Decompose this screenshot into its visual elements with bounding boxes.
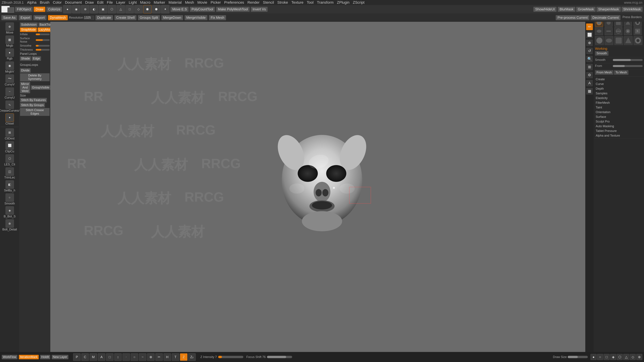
menu-render[interactable]: Render bbox=[247, 0, 260, 5]
from-slider[interactable] bbox=[613, 65, 643, 67]
make-polymesh-btn[interactable]: Make PolyMeshTool bbox=[216, 7, 250, 12]
decimate-btn[interactable]: Decimate Current bbox=[590, 15, 620, 20]
menu-zplugin[interactable]: ZPlugin bbox=[337, 0, 350, 5]
menu-macro[interactable]: Macro bbox=[140, 0, 150, 5]
br-5[interactable]: ⬡ bbox=[617, 354, 623, 360]
bottom-magnify-btn[interactable]: ⊕ bbox=[147, 353, 155, 361]
menu-movie[interactable]: Movie bbox=[198, 0, 207, 5]
tool-smooth[interactable]: ○ Smooth bbox=[1, 193, 18, 205]
tool-curvy-v[interactable]: 〜 CurvyV bbox=[1, 74, 18, 86]
strip-icon-frame[interactable]: ⊞ bbox=[586, 64, 593, 70]
brush-icon-5[interactable]: ▣ bbox=[99, 5, 107, 13]
sharpen-mask-btn[interactable]: SharpenMask bbox=[596, 7, 621, 12]
polycount-btn[interactable]: PolyCountTool bbox=[190, 7, 215, 12]
tool-clipdest[interactable]: ⊠ CliDest bbox=[1, 128, 18, 140]
tool-mrgb[interactable]: ▦ Mrgb bbox=[1, 35, 18, 48]
backtrack-btn[interactable]: BackTrack bbox=[38, 22, 50, 27]
to-mesh-btn[interactable]: To Mesh bbox=[614, 70, 628, 75]
brush-cell-9[interactable] bbox=[624, 27, 632, 35]
tool-chisel[interactable]: ✦ Chisel bbox=[1, 113, 18, 125]
brush-icon-8[interactable]: □ bbox=[126, 5, 134, 13]
brush-cell-6[interactable] bbox=[595, 27, 603, 35]
br-8[interactable]: ⊕ bbox=[636, 354, 642, 360]
bottom-sq-btn[interactable]: □ bbox=[106, 353, 114, 361]
brush-large-1[interactable] bbox=[595, 36, 604, 45]
surface-slider[interactable] bbox=[36, 39, 50, 41]
bottom-move-btn[interactable]: ↕ bbox=[114, 353, 122, 361]
move-es-btn[interactable]: Move E.S bbox=[170, 7, 189, 12]
br-4[interactable]: ◈ bbox=[610, 354, 616, 360]
menu-marker[interactable]: Marker bbox=[154, 0, 165, 5]
show-hide-btn[interactable]: Show/HideUI bbox=[533, 7, 556, 12]
menu-transform[interactable]: Transform bbox=[317, 0, 334, 5]
divide-btn[interactable]: Divide bbox=[20, 68, 31, 73]
menu-stencil[interactable]: Stencil bbox=[263, 0, 274, 5]
menu-samples[interactable]: Samples bbox=[595, 91, 643, 95]
groups-split-btn[interactable]: Groups Split bbox=[138, 15, 160, 20]
brush-icon-10[interactable]: ⬟ bbox=[143, 5, 152, 13]
menu-mesh[interactable]: Mesh bbox=[185, 0, 194, 5]
br-6[interactable]: △ bbox=[623, 354, 629, 360]
tool-curvy-u[interactable]: ~ CurvyU bbox=[1, 87, 18, 99]
merge-visible-btn[interactable]: MergeVisible bbox=[184, 15, 208, 20]
inflate-slider[interactable] bbox=[36, 33, 50, 35]
menu-surface[interactable]: Surface bbox=[595, 115, 643, 119]
background-color[interactable] bbox=[8, 7, 14, 13]
menu-depth[interactable]: Depth bbox=[595, 87, 643, 91]
invert-vs-btn[interactable]: Invert Vs bbox=[251, 7, 268, 12]
workflow-btn[interactable]: WorkFlow bbox=[2, 355, 18, 359]
strip-icon-move[interactable]: ⊕ bbox=[586, 39, 593, 46]
tool-clipcu[interactable]: ⬜ ClipCu bbox=[1, 141, 18, 153]
bottom-inflate-btn[interactable]: ○ bbox=[131, 353, 138, 361]
tool-trim[interactable]: ◫ TrimLec bbox=[1, 167, 18, 179]
stitch-crease-btn[interactable]: Stitch Crease Edges bbox=[20, 108, 50, 116]
menu-alpha-texture[interactable]: Alpha and Texture bbox=[595, 134, 643, 138]
import-btn[interactable]: Import bbox=[33, 15, 46, 20]
menu-layer[interactable]: Layer bbox=[116, 0, 126, 5]
mirror-weld-btn[interactable]: Mirror And Weld bbox=[20, 82, 30, 93]
pre-process-btn[interactable]: Pre-process Current bbox=[556, 15, 590, 20]
br-1[interactable]: ● bbox=[590, 354, 596, 360]
z-intensity-slider[interactable] bbox=[218, 356, 243, 358]
colorize-btn[interactable]: Colorize bbox=[46, 7, 62, 12]
menu-auto-masking[interactable]: Auto Masking bbox=[595, 124, 643, 128]
brush-icon-1[interactable]: ● bbox=[63, 5, 72, 13]
menu-tool[interactable]: Tool bbox=[307, 0, 314, 5]
menu-picker[interactable]: Picker bbox=[211, 0, 221, 5]
viewport[interactable]: 人人素材 RRCG RR 人人素材 RRCG 人人素材 RRCG RR 人人素材… bbox=[50, 22, 594, 352]
strip-icon-zoom[interactable]: 🔍 bbox=[586, 56, 593, 62]
stitch-groups-btn[interactable]: Stitch By Groups bbox=[20, 103, 45, 107]
thickness-slider[interactable] bbox=[36, 49, 50, 51]
menu-color[interactable]: Color bbox=[53, 0, 62, 5]
save-as-btn[interactable]: Save As bbox=[1, 15, 17, 20]
menu-sculpt-pro[interactable]: Sculpt Pro bbox=[595, 119, 643, 124]
fill-object-btn[interactable]: FillObject bbox=[15, 7, 33, 12]
brush-large-2[interactable] bbox=[604, 36, 613, 45]
brush-large-5[interactable] bbox=[634, 36, 642, 45]
bottom-pinch-btn[interactable]: ⋅ bbox=[122, 353, 130, 361]
menu-document[interactable]: Document bbox=[65, 0, 82, 5]
export-btn[interactable]: Export bbox=[18, 15, 32, 20]
merge-down-btn[interactable]: MergeDown bbox=[161, 15, 183, 20]
brush-icon-4[interactable]: ◐ bbox=[90, 5, 98, 13]
brush-icon-7[interactable]: △ bbox=[116, 5, 125, 13]
menu-filter-mesh[interactable]: FilterMesh bbox=[595, 101, 643, 105]
strip-icon-settings[interactable]: ⚙ bbox=[586, 72, 593, 78]
menu-orientation[interactable]: Orientation bbox=[595, 110, 643, 114]
menu-stroke[interactable]: Stroke bbox=[278, 0, 288, 5]
menu-curve[interactable]: Curve bbox=[595, 82, 643, 86]
smooth-slider-right[interactable] bbox=[613, 59, 643, 61]
bottom-zedit2-btn[interactable]: Z₂ bbox=[188, 353, 196, 361]
shrink-mask-btn[interactable]: ShrinkMask bbox=[622, 7, 643, 12]
tool-move[interactable]: ⊕ Move bbox=[1, 22, 18, 34]
stroke-mode-btn[interactable]: SnapMode bbox=[20, 27, 37, 32]
menu-draw[interactable]: Draw bbox=[85, 0, 94, 5]
focus-slider[interactable] bbox=[267, 356, 292, 358]
menu-material[interactable]: Material bbox=[168, 0, 182, 5]
tool-crease[interactable]: ∿ CreaseCurvesA bbox=[1, 100, 18, 113]
iteration-mark-btn[interactable]: IterationMark bbox=[19, 355, 39, 359]
menu-light[interactable]: Light bbox=[129, 0, 137, 5]
tool-selby[interactable]: ◧ SelBy_h bbox=[1, 180, 18, 192]
delete-symmetry-btn[interactable]: Delete By Symmetry bbox=[20, 73, 50, 81]
brush-large-3[interactable] bbox=[614, 36, 623, 45]
